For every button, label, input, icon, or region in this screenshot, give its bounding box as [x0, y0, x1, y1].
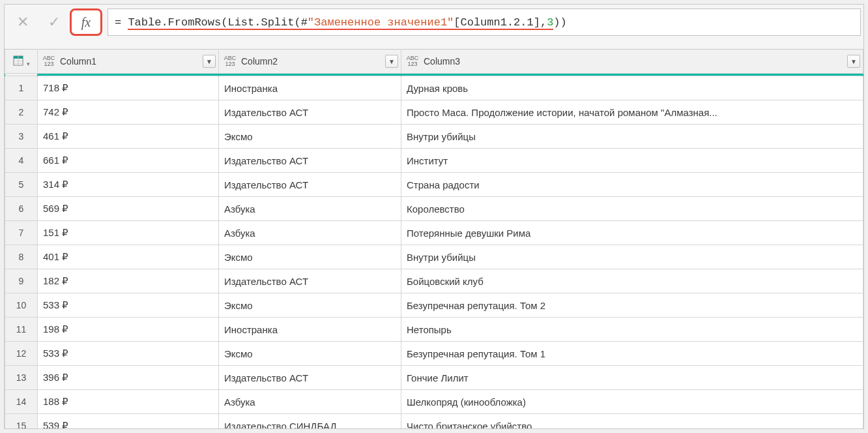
cell-c3[interactable]: Просто Маса. Продолжение истории, начато… [401, 100, 863, 125]
cell-c3[interactable]: Бойцовский клуб [401, 269, 863, 293]
table-row[interactable]: 4661 ₽Издательство АСТИнститут [5, 149, 863, 173]
cell-c3[interactable]: Безупречная репутация. Том 2 [401, 293, 863, 318]
power-query-editor: ✕ ✓ fx = Table.FromRows(List.Split(#"Зам… [4, 4, 864, 429]
cell-c1[interactable]: 539 ₽ [38, 414, 219, 429]
cell-c1[interactable]: 742 ₽ [38, 100, 219, 125]
cell-c3[interactable]: Внутри убийцы [401, 245, 863, 269]
row-number[interactable]: 8 [5, 245, 38, 269]
fx-icon: fx [81, 15, 91, 30]
table-row[interactable]: 1718 ₽ИностранкаДурная кровь [5, 76, 863, 100]
row-number[interactable]: 13 [5, 366, 38, 390]
table-row[interactable]: 5314 ₽Издательство АСТСтрана радости [5, 173, 863, 197]
row-number[interactable]: 3 [5, 125, 38, 149]
cell-c2[interactable]: Издательство АСТ [219, 100, 401, 125]
table-row[interactable]: 15539 ₽Издательство СИНДБАДЧисто британс… [5, 414, 863, 429]
column-header-2[interactable]: ABC 123 Column2 ▼ [219, 50, 401, 74]
row-number[interactable]: 12 [5, 342, 38, 366]
chevron-down-icon: ▼ [388, 58, 395, 65]
cell-c2[interactable]: Азбука [219, 390, 401, 414]
filter-button[interactable]: ▼ [385, 55, 398, 68]
type-any-icon: ABC 123 [43, 55, 55, 67]
row-number[interactable]: 6 [5, 197, 38, 221]
row-number[interactable]: 5 [5, 173, 38, 197]
formula-input[interactable]: = Table.FromRows(List.Split(#"Замененное… [108, 8, 861, 36]
column-header-label: Column2 [241, 56, 278, 67]
cell-c1[interactable]: 533 ₽ [38, 293, 219, 318]
table-row[interactable]: 2742 ₽Издательство АСТПросто Маса. Продо… [5, 100, 863, 125]
table-icon [12, 55, 24, 67]
table-row[interactable]: 10533 ₽ЭксмоБезупречная репутация. Том 2 [5, 293, 863, 318]
cell-c2[interactable]: Азбука [219, 221, 401, 245]
row-number[interactable]: 15 [5, 414, 38, 429]
cell-c1[interactable]: 188 ₽ [38, 390, 219, 414]
cell-c3[interactable]: Страна радости [401, 173, 863, 197]
cell-c2[interactable]: Эксмо [219, 245, 401, 269]
fx-button[interactable]: fx [70, 8, 102, 36]
cancel-button[interactable]: ✕ [7, 8, 38, 36]
cell-c3[interactable]: Институт [401, 149, 863, 173]
cell-c1[interactable]: 533 ₽ [38, 342, 219, 366]
row-number[interactable]: 11 [5, 318, 38, 342]
cell-c3[interactable]: Чисто британское убийство [401, 414, 863, 429]
formula-text: = Table.FromRows(List.Split(#"Замененное… [115, 16, 567, 29]
chevron-down-icon: ▼ [206, 58, 212, 65]
table-row[interactable]: 3461 ₽ЭксмоВнутри убийцы [5, 125, 863, 149]
chevron-down-icon: ▼ [850, 58, 857, 65]
header-row: ▾ ABC 123 Column1 ▼ [5, 50, 863, 74]
check-icon: ✓ [48, 14, 60, 31]
cell-c2[interactable]: Издательство АСТ [219, 269, 401, 293]
column-header-label: Column3 [424, 56, 460, 67]
table-row[interactable]: 14188 ₽АзбукаШелкопряд (кинообложка) [5, 390, 863, 414]
column-header-label: Column1 [60, 56, 96, 67]
row-number[interactable]: 14 [5, 390, 38, 414]
cell-c1[interactable]: 569 ₽ [38, 197, 219, 221]
cell-c2[interactable]: Издательство АСТ [219, 149, 401, 173]
cell-c3[interactable]: Дурная кровь [401, 76, 863, 100]
cell-c2[interactable]: Издательство АСТ [219, 173, 401, 197]
confirm-button[interactable]: ✓ [38, 8, 70, 36]
row-number[interactable]: 4 [5, 149, 38, 173]
filter-button[interactable]: ▼ [847, 55, 860, 68]
table-row[interactable]: 11198 ₽ИностранкаНетопырь [5, 318, 863, 342]
table-row[interactable]: 6569 ₽АзбукаКоролевство [5, 197, 863, 221]
table-row[interactable]: 9182 ₽Издательство АСТБойцовский клуб [5, 269, 863, 293]
type-any-icon: ABC 123 [407, 55, 418, 67]
cell-c3[interactable]: Королевство [401, 197, 863, 221]
row-number[interactable]: 1 [5, 76, 38, 100]
cell-c3[interactable]: Гончие Лилит [401, 366, 863, 390]
cell-c3[interactable]: Внутри убийцы [401, 125, 863, 149]
cell-c2[interactable]: Иностранка [219, 318, 401, 342]
cell-c3[interactable]: Шелкопряд (кинообложка) [401, 390, 863, 414]
row-number[interactable]: 7 [5, 221, 38, 245]
filter-button[interactable]: ▼ [203, 55, 216, 68]
column-header-1[interactable]: ABC 123 Column1 ▼ [38, 50, 219, 74]
cell-c1[interactable]: 314 ₽ [38, 173, 219, 197]
row-number[interactable]: 10 [5, 293, 38, 318]
cell-c1[interactable]: 718 ₽ [38, 76, 219, 100]
table-row[interactable]: 8401 ₽ЭксмоВнутри убийцы [5, 245, 863, 269]
row-number[interactable]: 2 [5, 100, 38, 125]
cell-c1[interactable]: 401 ₽ [38, 245, 219, 269]
select-all-cell[interactable]: ▾ [5, 50, 38, 74]
cell-c1[interactable]: 198 ₽ [38, 318, 219, 342]
cell-c2[interactable]: Издательство СИНДБАД [219, 414, 401, 429]
cell-c3[interactable]: Нетопырь [401, 318, 863, 342]
cell-c2[interactable]: Издательство АСТ [219, 366, 401, 390]
row-number[interactable]: 9 [5, 269, 38, 293]
cell-c3[interactable]: Безупречная репутация. Том 1 [401, 342, 863, 366]
table-row[interactable]: 7151 ₽АзбукаПотерянные девушки Рима [5, 221, 863, 245]
column-header-3[interactable]: ABC 123 Column3 ▼ [401, 50, 863, 74]
cell-c2[interactable]: Азбука [219, 197, 401, 221]
table-row[interactable]: 12533 ₽ЭксмоБезупречная репутация. Том 1 [5, 342, 863, 366]
cell-c2[interactable]: Эксмо [219, 293, 401, 318]
cell-c1[interactable]: 461 ₽ [38, 125, 219, 149]
cell-c1[interactable]: 396 ₽ [38, 366, 219, 390]
cell-c2[interactable]: Иностранка [219, 76, 401, 100]
cell-c1[interactable]: 661 ₽ [38, 149, 219, 173]
cell-c2[interactable]: Эксмо [219, 125, 401, 149]
table-row[interactable]: 13396 ₽Издательство АСТГончие Лилит [5, 366, 863, 390]
cell-c1[interactable]: 182 ₽ [38, 269, 219, 293]
cell-c2[interactable]: Эксмо [219, 342, 401, 366]
cell-c1[interactable]: 151 ₽ [38, 221, 219, 245]
cell-c3[interactable]: Потерянные девушки Рима [401, 221, 863, 245]
